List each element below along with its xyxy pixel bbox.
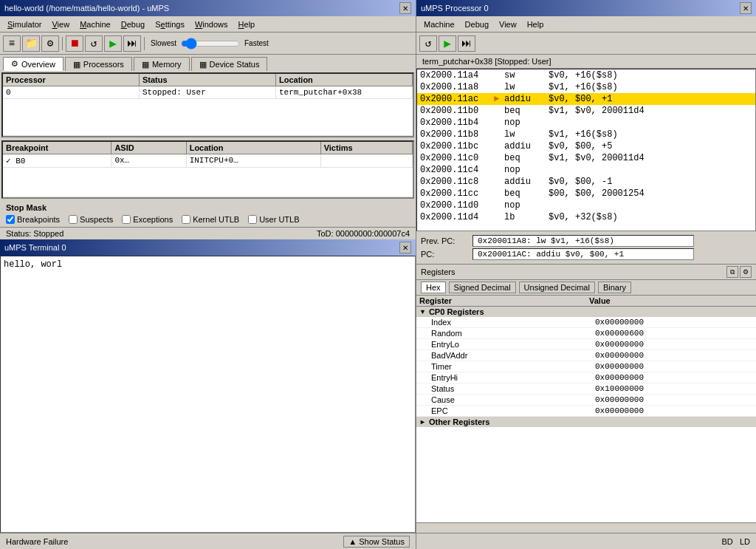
tab-processors-icon: ▦	[73, 60, 80, 69]
tab-memory-icon: ▦	[142, 60, 149, 69]
reg-name-entryhi: EntryHi	[416, 372, 592, 383]
right-menu-help[interactable]: Help	[523, 19, 549, 30]
reg-row-status: Status 0x10000000	[416, 383, 756, 395]
checkbox-exceptions[interactable]: Exceptions	[122, 215, 173, 224]
btn-play[interactable]: ▶	[104, 35, 122, 52]
processor-table-section: Processor Status Location 0 Stopped: Use…	[1, 72, 414, 137]
left-title-bar: hello-world (/home/mattia/hello-world) -…	[0, 0, 416, 16]
reg-ctrl-settings[interactable]: ⚙	[740, 266, 752, 278]
checkbox-suspects[interactable]: Suspects	[69, 215, 113, 224]
reg-row-badvaddr: BadVAddr 0x00000000	[416, 350, 756, 361]
hardware-failure-text: Hardware Failure	[6, 537, 68, 546]
asm-row-10: 0x2000.11cc beq $00, $00, 20001254	[417, 188, 755, 200]
checkbox-suspects-input[interactable]	[69, 215, 78, 224]
right-menu-machine[interactable]: Machine	[419, 19, 459, 30]
right-btn-reload[interactable]: ↺	[419, 35, 437, 52]
menu-settings[interactable]: Settings	[151, 19, 189, 30]
checkbox-breakpoints[interactable]: Breakpoints	[6, 215, 60, 224]
left-close-btn[interactable]: ✕	[399, 2, 411, 14]
toolbar: ≡ 📁 ⚙ ⏹ ↺ ▶ ⏭ Slowest Fastest	[0, 33, 416, 55]
menu-machine[interactable]: Machine	[75, 19, 115, 30]
asm-row-3: 0x2000.11b0 beq $v1, $v0, 200011d4	[417, 105, 755, 117]
proc-row-empty	[3, 99, 413, 136]
menu-windows[interactable]: Windows	[190, 19, 233, 30]
right-close-btn[interactable]: ✕	[740, 2, 752, 14]
reg-row-cause: Cause 0x00000000	[416, 395, 756, 406]
right-title-bar: uMPS Processor 0 ✕	[416, 0, 756, 16]
reg-col-register: Register	[416, 296, 586, 306]
speed-slider[interactable]	[181, 39, 240, 48]
reg-name-index: Index	[416, 317, 592, 327]
reg-group-other[interactable]: ► Other Registers	[416, 417, 756, 427]
checkbox-kernel-utlb[interactable]: Kernel UTLB	[182, 215, 239, 224]
menu-simulator[interactable]: Simulator	[3, 19, 46, 30]
menu-view[interactable]: View	[47, 19, 74, 30]
reg-value-timer: 0x00000000	[592, 361, 756, 372]
right-btn-play[interactable]: ▶	[439, 35, 456, 52]
left-window-title: hello-world (/home/mattia/hello-world) -…	[4, 4, 169, 13]
checkbox-breakpoints-input[interactable]	[6, 215, 15, 224]
tab-device-status[interactable]: ▦ Device Status	[191, 57, 268, 71]
tab-overview-icon: ⚙	[11, 59, 18, 69]
cp0-expand-icon: ▼	[419, 308, 426, 316]
reg-table: ▼ CP0 Registers Index 0x00000000 Random …	[416, 307, 756, 522]
btn-open[interactable]: 📁	[22, 35, 40, 52]
tab-memory-label: Memory	[152, 60, 182, 69]
reg-name-epc: EPC	[416, 406, 592, 416]
reg-format-hex[interactable]: Hex	[421, 282, 446, 293]
btn-step[interactable]: ⏭	[123, 35, 141, 52]
reg-value-random: 0x00000600	[592, 328, 756, 338]
terminal-close-btn[interactable]: ✕	[399, 242, 411, 253]
reg-row-epc: EPC 0x00000000	[416, 406, 756, 417]
tab-processors[interactable]: ▦ Processors	[65, 57, 132, 71]
tab-overview[interactable]: ⚙ Overview	[3, 57, 63, 71]
btn-list[interactable]: ≡	[3, 35, 21, 52]
checkbox-exceptions-input[interactable]	[122, 215, 131, 224]
reg-col-value: Value	[586, 296, 756, 306]
reg-format-unsigned[interactable]: Unsigned Decimal	[519, 282, 595, 293]
other-expand-icon: ►	[419, 418, 426, 426]
asm-row-8: 0x2000.11c4 nop	[417, 164, 755, 176]
tab-device-icon: ▦	[199, 60, 207, 69]
menu-debug[interactable]: Debug	[117, 19, 149, 30]
reg-name-timer: Timer	[416, 361, 592, 372]
asm-row-1: 0x2000.11a8 lw $v1, +16($s8)	[417, 81, 755, 93]
btn-reload[interactable]: ↺	[85, 35, 103, 52]
menu-help[interactable]: Help	[234, 19, 260, 30]
stop-mask-title: Stop Mask	[6, 203, 410, 212]
bp-header-asid: ASID	[111, 142, 186, 154]
checkbox-kernel-utlb-label: Kernel UTLB	[193, 215, 239, 224]
btn-settings[interactable]: ⚙	[41, 35, 59, 52]
bottom-scrollbar[interactable]	[416, 522, 756, 533]
reg-group-cp0[interactable]: ▼ CP0 Registers	[416, 307, 756, 317]
bp-header-location: Location	[187, 142, 321, 154]
terminal-body: hello, worl	[0, 256, 416, 533]
main-status-bar: Status: Stopped ToD: 00000000:000007c4	[0, 227, 416, 239]
tab-memory[interactable]: ▦ Memory	[134, 57, 190, 71]
checkbox-suspects-label: Suspects	[80, 215, 113, 224]
reg-value-epc: 0x00000000	[592, 406, 756, 416]
right-menu-view[interactable]: View	[495, 19, 521, 30]
right-btn-step[interactable]: ⏭	[458, 35, 475, 52]
btn-stop[interactable]: ⏹	[66, 35, 83, 52]
reg-format-binary[interactable]: Binary	[598, 282, 631, 293]
reg-format-signed[interactable]: Signed Decimal	[449, 282, 516, 293]
checkbox-user-utlb[interactable]: User UTLB	[248, 215, 299, 224]
right-menu-debug[interactable]: Debug	[461, 19, 493, 30]
checkbox-user-utlb-input[interactable]	[248, 215, 257, 224]
reg-row-random: Random 0x00000600	[416, 328, 756, 339]
reg-name-random: Random	[416, 328, 592, 338]
registers-header: Registers ⧉ ⚙	[416, 265, 756, 280]
checkbox-kernel-utlb-input[interactable]	[182, 215, 190, 224]
reg-name-status: Status	[416, 383, 592, 394]
bd-text: BD	[721, 537, 732, 546]
reg-ctrl-copy[interactable]: ⧉	[726, 266, 738, 278]
proc-header-status: Status	[140, 74, 276, 86]
reg-controls: ⧉ ⚙	[726, 266, 752, 278]
show-status-btn[interactable]: ▲ Show Status	[343, 536, 410, 548]
right-bottom-bar: BD LD	[416, 533, 756, 549]
prev-pc-label: Prev. PC:	[421, 236, 472, 245]
tab-overview-label: Overview	[21, 60, 55, 69]
show-status-arrow: ▲	[348, 537, 357, 546]
reg-value-entrylo: 0x00000000	[592, 339, 756, 349]
